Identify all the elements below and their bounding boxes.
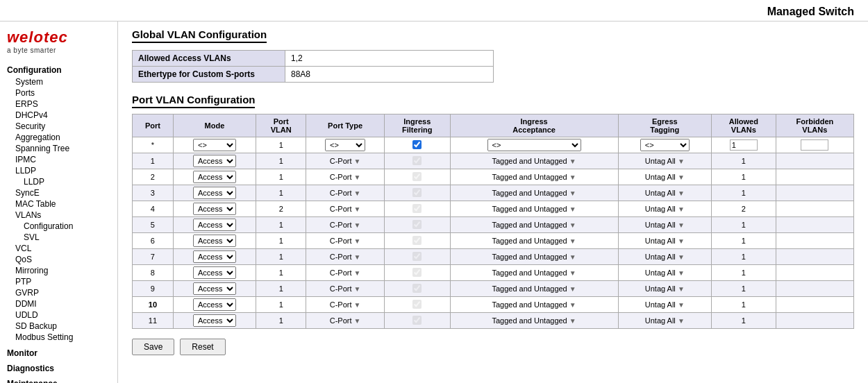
sidebar-item-vcl[interactable]: VCL bbox=[7, 243, 110, 254]
porttype-cell-9: C-Port ▼ bbox=[306, 281, 385, 297]
ingress-filter-check-3[interactable] bbox=[412, 188, 422, 197]
ingress-accept-cell-8: Tagged and Untagged ▼ bbox=[450, 265, 618, 281]
ingress-filter-cell-3[interactable] bbox=[384, 185, 450, 201]
star-porttype-cell[interactable]: <>C-PortS-Port bbox=[306, 137, 385, 153]
sidebar-item-aggregation[interactable]: Aggregation bbox=[7, 132, 110, 143]
ingress-filter-cell-1[interactable] bbox=[384, 153, 450, 169]
maintenance-label[interactable]: Maintenance bbox=[7, 379, 110, 383]
mode-cell-8[interactable]: Access Trunk Hybrid bbox=[173, 265, 256, 281]
mode-select-5[interactable]: Access Trunk Hybrid bbox=[193, 219, 236, 231]
star-porttype-select[interactable]: <>C-PortS-Port bbox=[325, 139, 365, 151]
mode-select-3[interactable]: Access Trunk Hybrid bbox=[193, 187, 236, 199]
mode-select-9[interactable]: Access Trunk Hybrid bbox=[193, 282, 236, 295]
ingress-filter-check-8[interactable] bbox=[412, 268, 422, 277]
sidebar-item-vlans-svl[interactable]: SVL bbox=[7, 232, 110, 243]
reset-button[interactable]: Reset bbox=[180, 339, 225, 355]
ingress-filter-cell-9[interactable] bbox=[384, 281, 450, 297]
table-row-7: 7 Access Trunk Hybrid 1 C-Port ▼ Tagged … bbox=[133, 249, 854, 265]
star-egress-tag-cell[interactable]: <>Untag AllTag All bbox=[618, 137, 711, 153]
ingress-filter-cell-11[interactable] bbox=[384, 313, 450, 329]
ingress-filter-check-5[interactable] bbox=[412, 220, 422, 229]
ingress-filter-cell-6[interactable] bbox=[384, 233, 450, 249]
sidebar-item-mac-table[interactable]: MAC Table bbox=[7, 198, 110, 210]
sidebar-item-spanning-tree[interactable]: Spanning Tree bbox=[7, 143, 110, 154]
diagnostics-label[interactable]: Diagnostics bbox=[7, 364, 110, 373]
mode-cell-5[interactable]: Access Trunk Hybrid bbox=[173, 217, 256, 233]
save-button[interactable]: Save bbox=[132, 339, 174, 355]
star-forbidden-vlans-cell[interactable] bbox=[776, 137, 853, 153]
mode-cell-3[interactable]: Access Trunk Hybrid bbox=[173, 185, 256, 201]
star-ingress-filter-cell[interactable] bbox=[384, 137, 450, 153]
sidebar-item-ddmi[interactable]: DDMI bbox=[7, 298, 110, 309]
sidebar-item-vlans-config[interactable]: Configuration bbox=[7, 221, 110, 232]
ingress-filter-cell-5[interactable] bbox=[384, 217, 450, 233]
sidebar-item-security[interactable]: Security bbox=[7, 121, 110, 132]
ingress-accept-cell-6: Tagged and Untagged ▼ bbox=[450, 233, 618, 249]
sidebar-item-ports[interactable]: Ports bbox=[7, 87, 110, 99]
ingress-filter-cell-10[interactable] bbox=[384, 297, 450, 313]
mode-cell-10[interactable]: Access Trunk Hybrid bbox=[173, 297, 256, 313]
sidebar-item-synce[interactable]: SyncE bbox=[7, 187, 110, 198]
ethertype-cell bbox=[285, 67, 494, 83]
ingress-filter-cell-2[interactable] bbox=[384, 169, 450, 185]
ingress-filter-check-10[interactable] bbox=[412, 300, 422, 309]
egress-tag-cell-11: Untag All ▼ bbox=[618, 313, 711, 329]
ingress-filter-check-1[interactable] bbox=[412, 156, 422, 165]
sidebar-item-system[interactable]: System bbox=[7, 76, 110, 87]
allowed-access-vlans-input[interactable] bbox=[291, 53, 487, 63]
mode-select-10[interactable]: Access Trunk Hybrid bbox=[193, 298, 236, 311]
ingress-filter-check-6[interactable] bbox=[412, 236, 422, 245]
ingress-filter-cell-8[interactable] bbox=[384, 265, 450, 281]
star-mode-select[interactable]: <>AccessTrunkHybrid bbox=[193, 139, 236, 151]
sidebar-item-gvrp[interactable]: GVRP bbox=[7, 287, 110, 298]
star-allowed-vlans-cell[interactable] bbox=[712, 137, 776, 153]
config-label: Configuration bbox=[7, 65, 110, 75]
sidebar-item-dhcpv4[interactable]: DHCPv4 bbox=[7, 110, 110, 121]
star-ingress-accept-select[interactable]: <>Tagged and UntaggedTagged Only bbox=[487, 139, 581, 151]
star-egress-tag-select[interactable]: <>Untag AllTag All bbox=[640, 139, 690, 151]
ingress-filter-check-4[interactable] bbox=[412, 204, 422, 213]
mode-select-11[interactable]: Access Trunk Hybrid bbox=[193, 314, 236, 327]
star-ingress-accept-cell[interactable]: <>Tagged and UntaggedTagged Only bbox=[450, 137, 618, 153]
ethertype-input[interactable] bbox=[291, 69, 487, 79]
mode-cell-6[interactable]: Access Trunk Hybrid bbox=[173, 233, 256, 249]
sidebar-item-lldp[interactable]: LLDP bbox=[7, 165, 110, 176]
forbidden-vlans-cell-9 bbox=[776, 281, 853, 297]
sidebar-item-qos[interactable]: QoS bbox=[7, 254, 110, 265]
mode-select-7[interactable]: Access Trunk Hybrid bbox=[193, 250, 236, 263]
monitor-label[interactable]: Monitor bbox=[7, 348, 110, 358]
sidebar-item-sd-backup[interactable]: SD Backup bbox=[7, 321, 110, 332]
star-mode-cell[interactable]: <>AccessTrunkHybrid bbox=[173, 137, 256, 153]
ingress-filter-check-7[interactable] bbox=[412, 252, 422, 261]
sidebar-item-lldp-sub[interactable]: LLDP bbox=[7, 176, 110, 187]
mode-cell-7[interactable]: Access Trunk Hybrid bbox=[173, 249, 256, 265]
sidebar-item-erps[interactable]: ERPS bbox=[7, 99, 110, 110]
port-cell-11: 11 bbox=[133, 313, 174, 329]
star-forbidden-vlans-input[interactable] bbox=[801, 139, 828, 151]
col-allowed-vlans: AllowedVLANs bbox=[712, 114, 776, 137]
mode-select-1[interactable]: Access Trunk Hybrid bbox=[193, 155, 236, 167]
mode-cell-1[interactable]: Access Trunk Hybrid bbox=[173, 153, 256, 169]
sidebar-item-udld[interactable]: UDLD bbox=[7, 309, 110, 321]
sidebar-item-ptp[interactable]: PTP bbox=[7, 276, 110, 287]
sidebar-item-mirroring[interactable]: Mirroring bbox=[7, 265, 110, 276]
sidebar-item-modbus[interactable]: Modbus Setting bbox=[7, 332, 110, 343]
mode-cell-4[interactable]: Access Trunk Hybrid bbox=[173, 201, 256, 217]
ingress-filter-check-2[interactable] bbox=[412, 172, 422, 181]
star-allowed-vlans-input[interactable] bbox=[730, 139, 758, 151]
mode-select-2[interactable]: Access Trunk Hybrid bbox=[193, 171, 236, 183]
ingress-filter-cell-7[interactable] bbox=[384, 249, 450, 265]
ingress-filter-check-11[interactable] bbox=[412, 316, 422, 325]
star-port-cell: * bbox=[133, 137, 174, 153]
sidebar-item-ipmc[interactable]: IPMC bbox=[7, 154, 110, 165]
mode-select-8[interactable]: Access Trunk Hybrid bbox=[193, 266, 236, 279]
star-ingress-filter-check[interactable] bbox=[412, 140, 422, 149]
ingress-filter-check-9[interactable] bbox=[412, 284, 422, 293]
mode-cell-11[interactable]: Access Trunk Hybrid bbox=[173, 313, 256, 329]
mode-select-6[interactable]: Access Trunk Hybrid bbox=[193, 235, 236, 247]
sidebar-item-vlans[interactable]: VLANs bbox=[7, 210, 110, 221]
ingress-filter-cell-4[interactable] bbox=[384, 201, 450, 217]
mode-cell-2[interactable]: Access Trunk Hybrid bbox=[173, 169, 256, 185]
mode-cell-9[interactable]: Access Trunk Hybrid bbox=[173, 281, 256, 297]
mode-select-4[interactable]: Access Trunk Hybrid bbox=[193, 203, 236, 215]
